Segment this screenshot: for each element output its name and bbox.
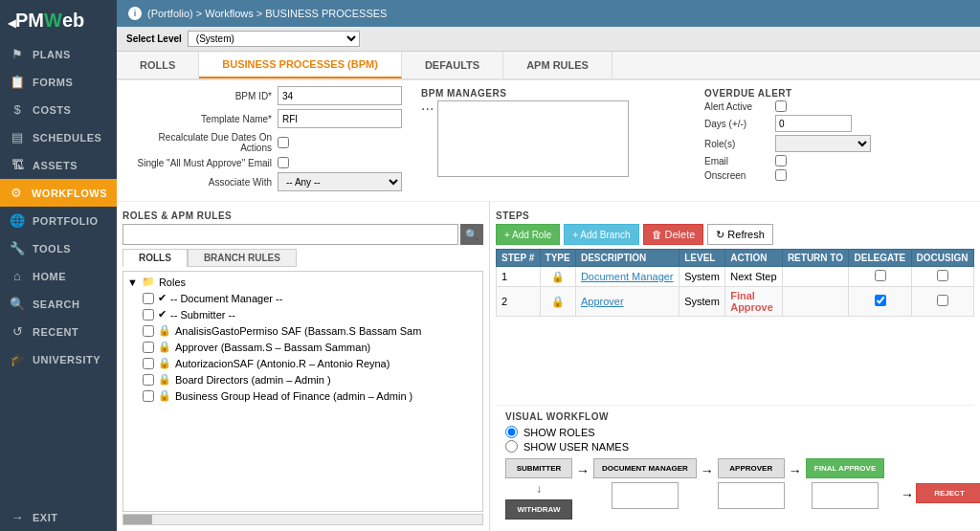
delete-icon: 🗑	[652, 229, 662, 240]
roles-root-label: Roles	[159, 277, 186, 288]
sidebar-item-workflows[interactable]: ⚙ WORKFLOWS	[0, 179, 117, 207]
roles-search-input[interactable]	[122, 224, 458, 245]
bpm-managers-textarea[interactable]	[437, 100, 629, 177]
days-label: Days (+/-)	[704, 119, 771, 129]
roles-search-bar: 🔍	[122, 224, 483, 245]
list-item[interactable]: 🔒Board Directors (admin – Admin )	[141, 371, 480, 387]
sidebar-item-costs[interactable]: $ COSTS	[0, 96, 117, 123]
show-user-names-row: SHOW USER NAMES	[505, 440, 965, 453]
step-docusign	[911, 287, 973, 317]
sidebar-item-assets[interactable]: 🏗 ASSETS	[0, 151, 117, 179]
info-icon: i	[128, 7, 142, 20]
list-item[interactable]: ✔-- Document Manager --	[141, 290, 480, 306]
email-checkbox[interactable]	[775, 155, 787, 166]
step-number: 1	[497, 267, 541, 287]
tab-defaults[interactable]: DEFAULTS	[402, 52, 503, 78]
sidebar-item-portfolio[interactable]: 🌐 PORTFOLIO	[0, 207, 117, 234]
roles-tree-root[interactable]: ▼ 📁 Roles	[125, 274, 480, 290]
delegate-checkbox-2[interactable]	[875, 295, 886, 306]
step-description: Approver	[575, 287, 679, 317]
role-checkbox[interactable]	[143, 325, 154, 337]
template-name-input[interactable]	[278, 109, 402, 128]
horizontal-scrollbar[interactable]	[122, 514, 483, 525]
step-level: System	[679, 267, 725, 287]
description-link[interactable]: Approver	[581, 296, 624, 307]
col-docusign: DOCUSIGN	[911, 250, 973, 267]
docusign-checkbox-1[interactable]	[937, 270, 948, 281]
sidebar-item-tools[interactable]: 🔧 TOOLS	[0, 234, 117, 262]
portfolio-icon: 🌐	[10, 213, 25, 228]
list-item[interactable]: 🔒AutorizacionSAF (Antonio.R – Antonio Re…	[141, 355, 480, 371]
add-role-button[interactable]: + Add Role	[496, 224, 560, 245]
steps-title: STEPS	[496, 208, 974, 224]
associate-label: Associate With	[128, 177, 272, 188]
sidebar-item-plans[interactable]: ⚑ PLANS	[0, 40, 117, 68]
show-roles-radio[interactable]	[505, 426, 518, 438]
onscreen-checkbox[interactable]	[775, 169, 787, 181]
bpm-managers-dots[interactable]: ···	[421, 100, 434, 118]
refresh-label: Refresh	[727, 229, 765, 240]
bpm-id-input[interactable]	[278, 86, 402, 105]
list-item[interactable]: 🔒Business Group Head of Finance (admin –…	[141, 387, 480, 404]
sidebar-item-forms[interactable]: 📋 FORMS	[0, 68, 117, 96]
tab-roles-rolls[interactable]: ROLLS	[122, 249, 188, 267]
arrow-1: →	[576, 458, 590, 478]
col-delegate: DELEGATE	[849, 250, 911, 267]
list-item[interactable]: 🔒AnalisisGastoPermiso SAF (Bassam.S Bass…	[141, 322, 480, 339]
sidebar-item-schedules[interactable]: ▤ SCHEDULES	[0, 123, 117, 151]
show-roles-label: SHOW ROLES	[523, 427, 595, 438]
days-input[interactable]	[775, 115, 852, 132]
role-select[interactable]	[775, 135, 871, 152]
list-item-label: -- Submitter --	[170, 309, 235, 321]
sidebar-item-search[interactable]: 🔍 SEARCH	[0, 290, 117, 318]
university-icon: 🎓	[10, 352, 25, 366]
exit-icon: →	[10, 510, 25, 524]
role-checkbox[interactable]	[143, 309, 154, 321]
role-checkbox[interactable]	[143, 342, 154, 353]
step-delegate	[849, 267, 911, 287]
level-select[interactable]: (System)	[188, 31, 360, 47]
sidebar-item-university[interactable]: 🎓 UNIVERSITY	[0, 345, 117, 373]
tab-bar: ROLLS BUSINESS PROCESSES (BPM) DEFAULTS …	[117, 52, 980, 80]
visual-workflow: VISUAL WORKFLOW SHOW ROLES SHOW USER NAM…	[496, 405, 974, 525]
alert-active-checkbox[interactable]	[775, 100, 787, 112]
refresh-button[interactable]: ↻ Refresh	[707, 224, 773, 245]
tab-branch-rules[interactable]: BRANCH RULES	[188, 249, 297, 267]
docusign-checkbox-2[interactable]	[937, 295, 948, 306]
roles-search-button[interactable]: 🔍	[460, 224, 483, 245]
recent-icon: ↺	[10, 324, 25, 339]
assets-icon: 🏗	[10, 158, 25, 172]
step-action: FinalApprove	[725, 287, 783, 317]
sidebar-item-exit[interactable]: → EXIT	[0, 503, 117, 531]
content-area: ROLES & APM RULES 🔍 ROLLS BRANCH RULES ▼…	[117, 202, 980, 531]
associate-select[interactable]: -- Any --	[278, 172, 402, 191]
single-approval-label: Single "All Must Approve" Email	[128, 158, 272, 168]
col-return: RETURN TO	[782, 250, 849, 267]
tab-rolls[interactable]: ROLLS	[117, 52, 199, 78]
tab-bpm[interactable]: BUSINESS PROCESSES (BPM)	[199, 52, 402, 78]
sidebar-item-recent[interactable]: ↺ RECENT	[0, 318, 117, 345]
list-item[interactable]: 🔒Approver (Bassam.S – Bassam Samman)	[141, 339, 480, 355]
role-checkbox[interactable]	[143, 358, 154, 369]
role-checkbox[interactable]	[143, 293, 154, 304]
recalculate-checkbox[interactable]	[278, 137, 289, 148]
template-name-label: Template Name*	[128, 114, 272, 124]
role-checkbox[interactable]	[143, 390, 154, 402]
refresh-icon: ↻	[716, 229, 724, 241]
delete-button[interactable]: 🗑 Delete	[643, 224, 704, 245]
add-branch-button[interactable]: + Add Branch	[564, 224, 638, 245]
description-link[interactable]: Document Manager	[581, 271, 674, 282]
list-item[interactable]: ✔-- Submitter --	[141, 306, 480, 322]
delegate-checkbox-1[interactable]	[875, 270, 886, 281]
show-user-names-radio[interactable]	[505, 440, 518, 453]
single-approval-checkbox[interactable]	[278, 157, 289, 168]
recalculate-label: Recalculate Due Dates On Actions	[128, 132, 272, 153]
sidebar-item-home[interactable]: ⌂ HOME	[0, 262, 117, 290]
approver-node: APPROVER	[718, 458, 785, 478]
list-item-label: -- Document Manager --	[170, 293, 282, 304]
tab-apm-rules[interactable]: APM RULES	[503, 52, 612, 78]
arrow-3: →	[789, 458, 802, 478]
sidebar-item-label: TOOLS	[33, 243, 71, 254]
workflows-icon: ⚙	[10, 186, 24, 200]
role-checkbox[interactable]	[143, 374, 154, 386]
